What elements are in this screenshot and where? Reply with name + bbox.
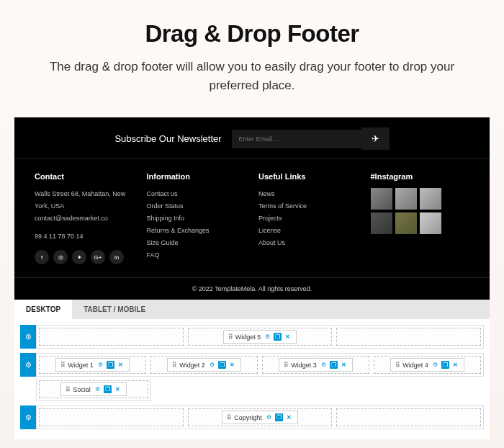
- builder-slot[interactable]: [39, 328, 184, 346]
- grip-icon: ⠿: [395, 362, 400, 369]
- gear-icon[interactable]: ⚙: [320, 361, 328, 369]
- facebook-icon[interactable]: f: [35, 250, 49, 264]
- list-item[interactable]: FAQ: [147, 249, 246, 261]
- send-icon: ✈: [372, 133, 379, 144]
- builder-slot[interactable]: ⠿ Copyright ⚙ ❐ ✕: [188, 408, 333, 426]
- builder-slot[interactable]: [39, 408, 184, 426]
- builder-slot[interactable]: ⠿ Widget 1 ⚙ ❐ ✕: [39, 356, 146, 374]
- useful-links: News Terms of Service Projects License A…: [258, 188, 358, 249]
- widget-chip[interactable]: ⠿ Widget 1 ⚙ ❐ ✕: [55, 358, 130, 372]
- gear-icon[interactable]: ⚙: [264, 333, 271, 341]
- widget-chip[interactable]: ⠿ Widget 2 ⚙ ❐ ✕: [167, 358, 241, 372]
- instagram-thumb[interactable]: [371, 188, 392, 210]
- widget-label: Copyright: [234, 414, 262, 421]
- builder-slot[interactable]: ⠿ Widget 2 ⚙ ❐ ✕: [150, 356, 258, 374]
- linkedin-icon[interactable]: in: [109, 250, 124, 264]
- builder-row: ⚙ ⠿ Widget 1 ⚙ ❐ ✕ ⠿ Widget 2 ⚙ ❐ ✕ ⠿ Wi…: [20, 353, 484, 377]
- widget-chip[interactable]: ⠿ Widget 3 ⚙ ❐ ✕: [279, 358, 353, 372]
- list-item[interactable]: Projects: [258, 212, 358, 225]
- page-title: Drag & Drop Footer: [43, 20, 461, 48]
- list-item[interactable]: Shipping Info: [147, 212, 246, 225]
- close-icon[interactable]: ✕: [451, 361, 459, 369]
- close-icon[interactable]: ✕: [228, 361, 236, 369]
- duplicate-icon[interactable]: ❐: [218, 361, 226, 369]
- builder-slot[interactable]: ⠿ Social ⚙ ❐ ✕: [39, 380, 148, 398]
- instagram-heading: #Instagram: [371, 172, 470, 181]
- newsletter-label: Subscribe Our Newsletter: [114, 133, 221, 144]
- twitter-icon[interactable]: ✦: [72, 250, 86, 264]
- widget-label: Widget 2: [179, 362, 205, 369]
- builder-tabs: DESKTOP TABLET / MOBILE: [14, 300, 490, 319]
- gear-icon[interactable]: ⚙: [96, 361, 104, 369]
- widget-label: Widget 3: [291, 362, 317, 369]
- builder-row: ⚙ ⠿ Widget 5 ⚙ ❐ ✕: [20, 325, 484, 349]
- contact-heading: Contact: [35, 172, 134, 181]
- list-item[interactable]: About Us: [258, 237, 358, 249]
- list-item[interactable]: Order Status: [147, 200, 246, 212]
- duplicate-icon[interactable]: ❐: [275, 413, 283, 421]
- gear-icon[interactable]: ⚙: [94, 385, 102, 393]
- list-item[interactable]: Returns & Exchanges: [147, 225, 246, 237]
- close-icon[interactable]: ✕: [284, 333, 292, 341]
- list-item[interactable]: News: [258, 188, 358, 200]
- instagram-icon[interactable]: ◎: [53, 250, 68, 264]
- duplicate-icon[interactable]: ❐: [107, 361, 114, 369]
- row-settings-handle[interactable]: ⚙: [20, 325, 36, 349]
- close-icon[interactable]: ✕: [340, 361, 348, 369]
- footer-builder: DESKTOP TABLET / MOBILE ⚙ ⠿ Widget 5 ⚙ ❐…: [14, 300, 490, 439]
- contact-phone: 99 4 11 78 70 14: [35, 230, 134, 243]
- duplicate-icon[interactable]: ❐: [104, 385, 112, 393]
- instagram-thumb[interactable]: [420, 188, 441, 210]
- duplicate-icon[interactable]: ❐: [330, 361, 338, 369]
- tab-tablet-mobile[interactable]: TABLET / MOBILE: [72, 300, 157, 319]
- contact-email: contact@sadesmarket.co: [35, 212, 134, 225]
- widget-label: Widget 5: [235, 333, 261, 341]
- list-item[interactable]: License: [258, 225, 358, 237]
- footer-col-useful: Useful Links News Terms of Service Proje…: [258, 172, 358, 264]
- instagram-thumb[interactable]: [420, 212, 441, 234]
- grip-icon: ⠿: [60, 362, 65, 369]
- list-item[interactable]: Terms of Service: [258, 200, 358, 212]
- close-icon[interactable]: ✕: [114, 385, 122, 393]
- footer-col-information: Information Contact us Order Status Ship…: [147, 172, 246, 264]
- widget-chip[interactable]: ⠿ Widget 4 ⚙ ❐ ✕: [390, 358, 464, 372]
- newsletter-email-input[interactable]: [232, 130, 361, 148]
- gear-icon[interactable]: ⚙: [431, 361, 439, 369]
- builder-slot[interactable]: ⠿ Widget 3 ⚙ ❐ ✕: [262, 356, 369, 374]
- widget-chip[interactable]: ⠿ Widget 5 ⚙ ❐ ✕: [223, 330, 297, 344]
- duplicate-icon[interactable]: ❐: [274, 333, 282, 341]
- instagram-thumb[interactable]: [371, 212, 392, 234]
- duplicate-icon[interactable]: ❐: [441, 361, 449, 369]
- close-icon[interactable]: ✕: [117, 361, 125, 369]
- instagram-thumb[interactable]: [395, 188, 417, 210]
- row-settings-handle[interactable]: ⚙: [20, 406, 36, 429]
- instagram-thumb[interactable]: [395, 212, 417, 234]
- gear-icon[interactable]: ⚙: [208, 361, 216, 369]
- builder-slot[interactable]: [336, 328, 481, 346]
- widget-label: Widget 4: [402, 362, 428, 369]
- information-links: Contact us Order Status Shipping Info Re…: [147, 188, 246, 262]
- footer-col-instagram: #Instagram: [371, 172, 470, 264]
- builder-row: ⚙ ⠿ Copyright ⚙ ❐ ✕: [20, 406, 484, 429]
- gear-icon[interactable]: ⚙: [265, 413, 273, 421]
- widget-chip[interactable]: ⠿ Copyright ⚙ ❐ ✕: [222, 411, 298, 424]
- widget-label: Social: [73, 386, 91, 393]
- grip-icon: ⠿: [227, 414, 231, 421]
- close-icon[interactable]: ✕: [285, 413, 293, 421]
- builder-slot[interactable]: [336, 408, 481, 426]
- page-subtitle: The drag & drop footer will allow you to…: [43, 58, 461, 94]
- widget-label: Widget 1: [68, 362, 94, 369]
- grip-icon: ⠿: [66, 386, 70, 393]
- builder-row: ⠿ Social ⚙ ❐ ✕: [20, 378, 484, 401]
- tab-desktop[interactable]: DESKTOP: [14, 300, 72, 319]
- grip-icon: ⠿: [284, 362, 288, 369]
- google-plus-icon[interactable]: G+: [91, 250, 105, 264]
- builder-slot[interactable]: ⠿ Widget 5 ⚙ ❐ ✕: [188, 328, 333, 346]
- widget-chip[interactable]: ⠿ Social ⚙ ❐ ✕: [60, 382, 127, 396]
- list-item[interactable]: Size Guide: [147, 237, 246, 249]
- row-settings-handle[interactable]: ⚙: [20, 353, 36, 377]
- contact-address: Walls Street 68, Mahattan, New York, USA: [35, 188, 134, 212]
- builder-slot[interactable]: ⠿ Widget 4 ⚙ ❐ ✕: [374, 356, 481, 374]
- list-item[interactable]: Contact us: [147, 188, 246, 200]
- newsletter-submit-button[interactable]: ✈: [361, 127, 390, 150]
